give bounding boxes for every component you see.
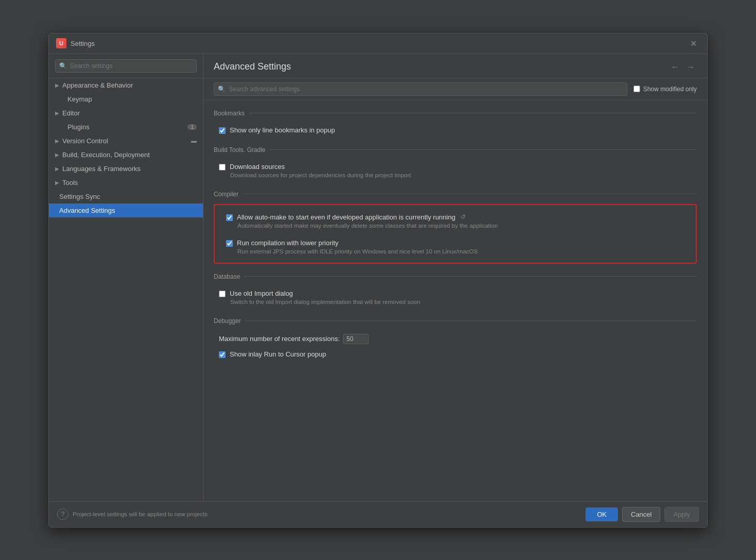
use-old-import-dialog-checkbox[interactable] [219,291,226,297]
app-icon: U [56,38,66,48]
bookmarks-divider-line [249,113,697,113]
sidebar-item-label: Editor [62,109,80,117]
sidebar-item-version-control[interactable]: ▶ Version Control ▬ [49,134,203,148]
show-only-line-bookmarks-checkbox[interactable] [219,127,226,134]
setting-label: Use old Import dialog [230,290,293,297]
database-divider-line [244,276,697,277]
monitor-icon: ▬ [191,138,197,144]
sidebar-item-label: Plugins [67,123,90,131]
main-search-wrap: 🔍 [214,82,627,96]
chevron-right-icon: ▶ [55,180,59,185]
sidebar-item-appearance-behavior[interactable]: ▶ Appearance & Behavior [49,78,203,92]
title-bar-left: U Settings [56,38,95,48]
cancel-button[interactable]: Cancel [622,507,660,522]
compiler-divider-line [243,194,697,194]
undo-icon: ↺ [460,213,466,220]
debugger-divider-line [245,320,697,321]
chevron-right-icon: ▶ [55,152,59,158]
show-modified-text: Show modified only [643,86,697,93]
sidebar-item-label: Tools [62,179,78,186]
setting-row: Use old Import dialog [219,290,697,297]
show-modified-label: Show modified only [633,86,697,93]
setting-row: Run compilation with lower priority [226,239,690,247]
dialog-body: 🔍 ▶ Appearance & Behavior Keymap ▶ Edito… [49,54,707,501]
help-button[interactable]: ? [57,508,68,520]
bookmarks-label: Bookmarks [214,110,245,117]
setting-row: Download sources [219,163,697,171]
sidebar-item-label: Advanced Settings [59,207,115,214]
setting-show-inlay-run-to-cursor: Show inlay Run to Cursor popup [214,347,697,361]
sidebar-item-editor[interactable]: ▶ Editor [49,106,203,120]
build-tools-divider-line [270,149,697,150]
setting-row: Allow auto-make to start even if develop… [226,213,690,221]
footer-right: OK Cancel Apply [586,507,699,522]
compiler-section-header: Compiler [214,191,697,198]
sidebar-item-label: Version Control [62,137,108,145]
setting-desc: Download sources for project dependencie… [219,172,697,178]
sidebar-item-keymap[interactable]: Keymap [49,92,203,106]
build-tools-label: Build Tools. Gradle [214,146,266,154]
plugins-badge: 1 [187,124,197,130]
allow-auto-make-checkbox[interactable] [226,214,233,221]
database-label: Database [214,273,240,280]
setting-label: Show inlay Run to Cursor popup [230,350,326,358]
debugger-section-header: Debugger [214,317,697,325]
max-recent-expressions-label: Maximum number of recent expressions: [219,335,340,343]
build-tools-section-header: Build Tools. Gradle [214,146,697,154]
show-inlay-run-to-cursor-checkbox[interactable] [219,351,226,358]
compiler-settings-box: Allow auto-make to start even if develop… [214,204,697,264]
content-area: Bookmarks Show only line bookmarks in po… [203,100,707,501]
chevron-right-icon: ▶ [55,110,59,116]
max-recent-expressions-input[interactable] [343,334,369,344]
show-modified-checkbox[interactable] [633,86,640,92]
setting-show-only-line-bookmarks: Show only line bookmarks in popup [214,123,697,137]
sidebar-item-build-execution-deployment[interactable]: ▶ Build, Execution, Deployment [49,148,203,162]
setting-label: Download sources [230,163,285,171]
run-compilation-lower-priority-checkbox[interactable] [226,240,233,247]
sidebar-search-icon: 🔍 [59,62,67,70]
sidebar-item-plugins[interactable]: Plugins 1 [49,120,203,134]
compiler-label: Compiler [214,191,238,198]
main-search-input[interactable] [214,82,627,96]
footer-left: ? Project-level settings will be applied… [57,508,208,520]
setting-label: Allow auto-make to start even if develop… [237,213,466,221]
settings-dialog: U Settings ✕ 🔍 ▶ Appearance & Behavior K… [48,33,708,528]
nav-forward-button[interactable]: → [684,61,697,73]
setting-download-sources: Download sources Download sources for pr… [214,160,697,181]
setting-desc: Automatically started make may eventuall… [226,223,690,229]
setting-run-compilation-lower-priority: Run compilation with lower priority Run … [221,236,690,258]
close-button[interactable]: ✕ [687,38,700,49]
chevron-right-icon: ▶ [55,138,59,144]
setting-use-old-import-dialog: Use old Import dialog Switch to the old … [214,286,697,308]
setting-row: Show only line bookmarks in popup [219,126,697,134]
nav-back-button[interactable]: ← [669,61,681,73]
page-title: Advanced Settings [214,61,291,72]
apply-button[interactable]: Apply [664,507,699,522]
sidebar-search-input[interactable] [55,59,197,73]
dialog-title: Settings [71,40,95,47]
setting-desc: Switch to the old Import dialog implemen… [219,299,697,305]
sidebar-item-label: Appearance & Behavior [62,81,133,89]
main-header: Advanced Settings ← → [203,54,707,78]
chevron-down-icon: ▶ [55,82,59,88]
nav-arrows: ← → [669,61,697,73]
sidebar-item-languages-frameworks[interactable]: ▶ Languages & Frameworks [49,162,203,176]
sidebar-item-label: Settings Sync [59,193,100,200]
sidebar-item-settings-sync[interactable]: Settings Sync [49,190,203,203]
title-bar: U Settings ✕ [49,33,707,54]
sidebar-search-wrap: 🔍 [55,59,197,73]
setting-allow-auto-make: Allow auto-make to start even if develop… [221,210,690,232]
max-recent-expressions-row: Maximum number of recent expressions: [214,331,697,347]
debugger-label: Debugger [214,317,241,325]
download-sources-checkbox[interactable] [219,164,226,171]
main-search-icon: 🔍 [218,86,226,93]
ok-button[interactable]: OK [586,507,618,521]
footer-message: Project-level settings will be applied t… [73,511,208,517]
chevron-right-icon: ▶ [55,166,59,172]
footer: ? Project-level settings will be applied… [49,501,707,527]
sidebar-item-advanced-settings[interactable]: Advanced Settings [49,203,203,217]
sidebar-item-label: Keymap [67,95,92,103]
database-section-header: Database [214,273,697,280]
sidebar-item-tools[interactable]: ▶ Tools [49,176,203,190]
setting-label: Run compilation with lower priority [237,239,338,247]
